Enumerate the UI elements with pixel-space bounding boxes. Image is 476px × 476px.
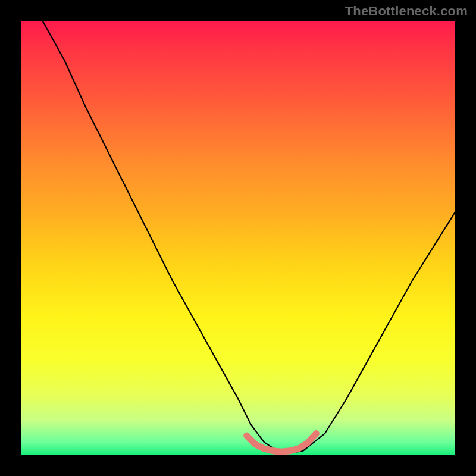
chart-frame: TheBottleneck.com [0, 0, 476, 476]
plot-area [21, 21, 455, 455]
chart-svg [21, 21, 455, 455]
bottleneck-curve [43, 21, 456, 453]
watermark-text: TheBottleneck.com [345, 4, 468, 19]
